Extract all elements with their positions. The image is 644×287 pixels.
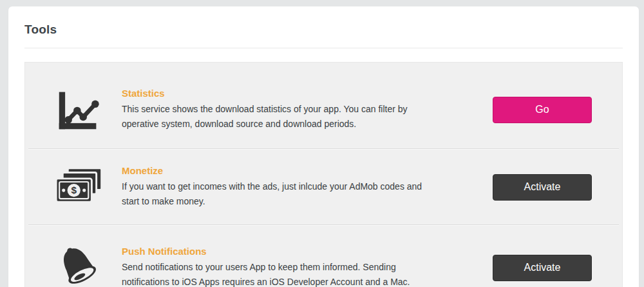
page-title: Tools: [24, 23, 623, 48]
card-header: Tools: [8, 6, 639, 48]
money-icon: $: [52, 167, 105, 207]
tools-card: Tools Statistics This service shows the …: [8, 6, 639, 287]
tool-title: Push Notifications: [122, 246, 493, 257]
bell-icon: [52, 241, 105, 287]
tool-row-push-notifications: Push Notifications Send notifications to…: [25, 226, 622, 287]
tool-text-push-notifications: Push Notifications Send notifications to…: [122, 246, 493, 287]
tool-row-statistics: Statistics This service shows the downlo…: [25, 71, 622, 148]
activate-push-button[interactable]: Activate: [493, 255, 592, 281]
tool-text-statistics: Statistics This service shows the downlo…: [122, 88, 493, 132]
tool-row-monetize: $ Monetize If you want to get incomes wi…: [25, 150, 622, 224]
tool-description: Send notifications to your users App to …: [122, 260, 457, 287]
activate-monetize-button[interactable]: Activate: [493, 174, 592, 201]
tool-title: Statistics: [122, 88, 493, 99]
line-chart-icon: [52, 86, 105, 133]
tool-text-monetize: Monetize If you want to get incomes with…: [122, 165, 493, 209]
svg-text:$: $: [71, 184, 77, 195]
go-button[interactable]: Go: [493, 97, 592, 123]
tool-description: This service shows the download statisti…: [122, 102, 457, 132]
tool-title: Monetize: [122, 165, 493, 176]
tools-panel: Statistics This service shows the downlo…: [24, 62, 623, 287]
tool-description: If you want to get incomes with the ads,…: [122, 179, 457, 209]
